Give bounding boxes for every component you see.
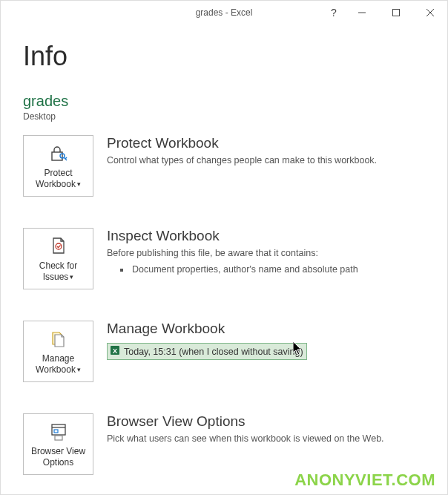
svg-rect-14 <box>55 436 62 440</box>
window-controls: ? <box>323 1 447 24</box>
file-name: grades <box>23 93 425 110</box>
svg-rect-4 <box>52 152 62 160</box>
svg-rect-1 <box>393 10 400 16</box>
svg-rect-13 <box>54 430 58 433</box>
caret-down-icon: ▾ <box>77 366 81 374</box>
svg-text:X: X <box>113 347 117 355</box>
tile-label: Protect Workbook▾ <box>36 168 81 189</box>
browser-view-icon <box>48 421 69 443</box>
svg-point-8 <box>56 243 62 249</box>
protect-desc: Control what types of changes people can… <box>107 154 425 168</box>
caret-down-icon: ▾ <box>77 180 81 189</box>
tile-label: Manage Workbook▾ <box>36 353 81 375</box>
autosave-version-item[interactable]: X Today, 15:31 (when I closed without sa… <box>107 343 307 360</box>
protect-title: Protect Workbook <box>107 135 425 151</box>
browser-desc: Pick what users can see when this workbo… <box>107 433 425 446</box>
section-manage: Manage Workbook▾ Manage Workbook X Today… <box>23 321 425 382</box>
watermark: ANONYVIET.COM <box>294 471 435 490</box>
tile-label: Check for Issues▾ <box>39 260 77 282</box>
section-protect: Protect Workbook▾ Protect Workbook Contr… <box>23 135 425 197</box>
manage-workbook-button[interactable]: Manage Workbook▾ <box>23 321 93 382</box>
info-page: Info grades Desktop Protect Workbook▾ Pr… <box>1 24 447 475</box>
page-heading: Info <box>23 41 425 72</box>
document-check-icon <box>48 235 69 258</box>
file-location: Desktop <box>23 111 425 122</box>
maximize-button[interactable] <box>379 1 413 24</box>
excel-file-icon: X <box>109 344 121 358</box>
help-button[interactable]: ? <box>323 1 345 24</box>
minimize-button[interactable] <box>345 1 379 24</box>
close-button[interactable] <box>413 1 447 24</box>
tile-label: Browser View Options <box>31 446 85 468</box>
inspect-desc: Before publishing this file, be aware th… <box>107 247 425 276</box>
check-issues-button[interactable]: Check for Issues▾ <box>23 228 93 289</box>
lock-key-icon <box>48 142 69 165</box>
caret-down-icon: ▾ <box>70 273 73 281</box>
inspect-title: Inspect Workbook <box>107 228 425 244</box>
documents-icon <box>48 328 69 350</box>
manage-title: Manage Workbook <box>107 321 425 337</box>
inspect-item: Document properties, author's name and a… <box>131 263 425 277</box>
protect-workbook-button[interactable]: Protect Workbook▾ <box>23 135 93 197</box>
autosave-label: Today, 15:31 (when I closed without savi… <box>124 347 303 357</box>
svg-line-7 <box>65 157 67 159</box>
section-browser: Browser View Options Browser View Option… <box>23 413 425 475</box>
browser-view-options-button[interactable]: Browser View Options <box>23 413 93 475</box>
browser-title: Browser View Options <box>107 413 425 430</box>
title-bar: grades - Excel ? <box>1 1 447 24</box>
window-title: grades - Excel <box>196 7 253 18</box>
section-inspect: Check for Issues▾ Inspect Workbook Befor… <box>23 228 425 289</box>
